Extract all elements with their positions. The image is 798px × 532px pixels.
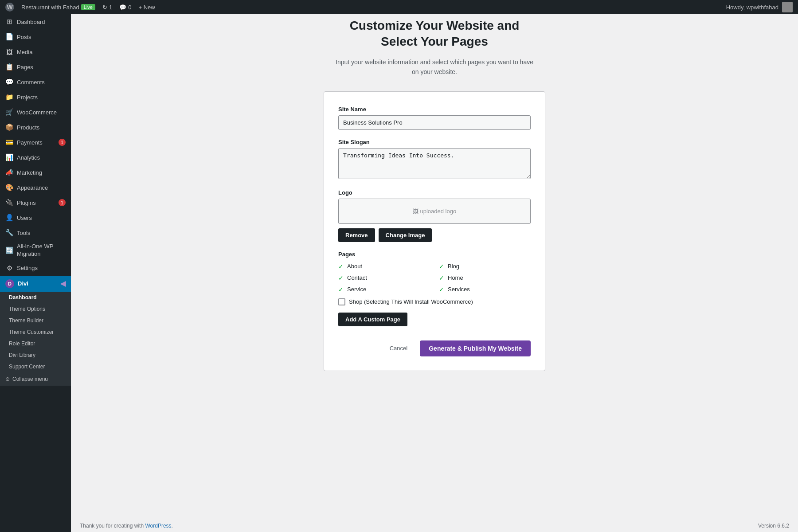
pages-icon: 📋 [5, 63, 13, 71]
divi-submenu-support-center[interactable]: Support Center [0, 361, 71, 372]
blog-label: Blog [448, 263, 459, 270]
page-checkbox-services[interactable]: ✓ Services [439, 286, 531, 293]
service-check-icon: ✓ [338, 286, 344, 293]
sidebar-label-analytics: Analytics [17, 154, 40, 161]
divi-submenu-theme-builder[interactable]: Theme Builder [0, 315, 71, 326]
sidebar-item-analytics[interactable]: 📊 Analytics [0, 150, 71, 165]
services-check-icon: ✓ [439, 286, 444, 293]
adminbar-new[interactable]: + New [138, 4, 155, 11]
blog-check-icon: ✓ [439, 263, 444, 270]
appearance-icon: 🎨 [5, 184, 13, 192]
media-icon: 🖼 [5, 48, 13, 56]
pages-label: Pages [338, 251, 531, 258]
page-subtitle: Input your website information and selec… [336, 57, 533, 77]
sidebar-item-comments[interactable]: 💬 Comments [0, 74, 71, 90]
about-label: About [347, 263, 362, 270]
sidebar-item-marketing[interactable]: 📣 Marketing [0, 165, 71, 180]
logo-label: Logo [338, 189, 531, 196]
admin-sidebar: ⊞ Dashboard 📄 Posts 🖼 Media 📋 Pages 💬 Co… [0, 14, 71, 532]
sidebar-item-allinone[interactable]: 🔄 All-in-One WP Migration [0, 240, 71, 261]
sidebar-item-plugins[interactable]: 🔌 Plugins 1 [0, 195, 71, 210]
divi-menu-header[interactable]: D Divi ◀ [0, 276, 71, 292]
divi-submenu-divi-library[interactable]: Divi Library [0, 349, 71, 361]
site-slogan-label: Site Slogan [338, 139, 531, 145]
adminbar-site-name[interactable]: Restaurant with Fahad Live [21, 4, 95, 11]
sidebar-item-media[interactable]: 🖼 Media [0, 44, 71, 59]
logo-buttons: Remove Change Image [338, 228, 531, 242]
wordpress-link[interactable]: WordPress [145, 523, 171, 529]
page-checkbox-about[interactable]: ✓ About [338, 263, 430, 270]
shop-label: Shop (Selecting This Will Install WooCom… [349, 298, 473, 305]
user-avatar[interactable] [782, 2, 793, 12]
sidebar-item-users[interactable]: 👤 Users [0, 210, 71, 225]
form-card: Site Name Site Slogan Transforming Ideas… [324, 91, 545, 371]
sidebar-item-pages[interactable]: 📋 Pages [0, 59, 71, 74]
publish-button[interactable]: Generate & Publish My Website [420, 340, 531, 356]
sidebar-label-comments: Comments [17, 79, 45, 86]
remove-button[interactable]: Remove [338, 228, 375, 242]
adminbar-comments[interactable]: 💬 0 [119, 4, 131, 11]
sidebar-item-settings[interactable]: ⚙ Settings [0, 261, 71, 276]
cancel-button[interactable]: Cancel [383, 341, 415, 355]
page-checkbox-service[interactable]: ✓ Service [338, 286, 430, 293]
payments-icon: 💳 [5, 138, 13, 146]
contact-check-icon: ✓ [338, 274, 344, 282]
comments-icon: 💬 [119, 4, 126, 11]
sidebar-item-dashboard[interactable]: ⊞ Dashboard [0, 14, 71, 29]
logo-placeholder-text: 🖼 uploaded logo [413, 208, 456, 215]
site-name-input[interactable] [338, 115, 531, 130]
marketing-icon: 📣 [5, 168, 13, 176]
page-checkbox-blog[interactable]: ✓ Blog [439, 263, 531, 270]
page-checkbox-home[interactable]: ✓ Home [439, 274, 531, 282]
contact-label: Contact [347, 274, 367, 281]
divi-submenu-theme-customizer[interactable]: Theme Customizer [0, 326, 71, 338]
sidebar-item-payments[interactable]: 💳 Payments 1 [0, 135, 71, 150]
plugins-icon: 🔌 [5, 199, 13, 207]
about-check-icon: ✓ [338, 263, 344, 270]
site-name-label: Restaurant with Fahad [21, 4, 79, 11]
wp-icon: W [5, 3, 14, 12]
sidebar-label-plugins: Plugins [17, 200, 36, 206]
analytics-icon: 📊 [5, 153, 13, 161]
site-name-group: Site Name [338, 106, 531, 130]
page-checkbox-shop[interactable]: Shop (Selecting This Will Install WooCom… [338, 298, 531, 305]
change-image-button[interactable]: Change Image [379, 228, 432, 242]
footer-text: Thank you for creating with WordPress. [80, 523, 173, 529]
projects-icon: 📁 [5, 93, 13, 101]
tools-icon: 🔧 [5, 229, 13, 237]
live-badge: Live [81, 4, 95, 10]
adminbar-updates[interactable]: ↻ 1 [102, 4, 112, 11]
woocommerce-icon: 🛒 [5, 108, 13, 116]
admin-bar: W Restaurant with Fahad Live ↻ 1 💬 0 + N… [0, 0, 798, 14]
home-label: Home [448, 274, 463, 281]
divi-submenu-dashboard[interactable]: Dashboard [0, 292, 71, 303]
comments-menu-icon: 💬 [5, 78, 13, 86]
collapse-icon: ⊙ [5, 376, 10, 382]
divi-submenu: Dashboard Theme Options Theme Builder Th… [0, 292, 71, 386]
sidebar-item-appearance[interactable]: 🎨 Appearance [0, 180, 71, 195]
page-title: Customize Your Website andSelect Your Pa… [350, 18, 520, 50]
sidebar-label-settings: Settings [17, 265, 38, 271]
divi-submenu-theme-options[interactable]: Theme Options [0, 303, 71, 315]
divi-submenu-role-editor[interactable]: Role Editor [0, 338, 71, 349]
sidebar-item-projects[interactable]: 📁 Projects [0, 90, 71, 105]
home-check-icon: ✓ [439, 274, 444, 282]
pages-grid: ✓ About ✓ Blog ✓ Contact ✓ Home [338, 263, 531, 293]
add-custom-page-button[interactable]: Add A Custom Page [338, 313, 407, 326]
site-slogan-input[interactable]: Transforming Ideas Into Success. [338, 148, 531, 179]
sidebar-label-woocommerce: WooCommerce [17, 109, 57, 116]
sidebar-item-woocommerce[interactable]: 🛒 WooCommerce [0, 105, 71, 120]
collapse-menu-button[interactable]: ⊙ Collapse menu [0, 372, 71, 386]
sidebar-item-products[interactable]: 📦 Products [0, 120, 71, 135]
site-slogan-group: Site Slogan Transforming Ideas Into Succ… [338, 139, 531, 180]
page-checkbox-contact[interactable]: ✓ Contact [338, 274, 430, 282]
settings-icon: ⚙ [5, 264, 13, 272]
main-content: Customize Your Website andSelect Your Pa… [71, 0, 798, 518]
posts-icon: 📄 [5, 33, 13, 41]
sidebar-item-posts[interactable]: 📄 Posts [0, 29, 71, 44]
services-label: Services [448, 286, 470, 293]
sidebar-item-tools[interactable]: 🔧 Tools [0, 225, 71, 240]
sidebar-label-pages: Pages [17, 64, 33, 70]
products-icon: 📦 [5, 123, 13, 131]
adminbar-wp-logo[interactable]: W [5, 3, 14, 12]
